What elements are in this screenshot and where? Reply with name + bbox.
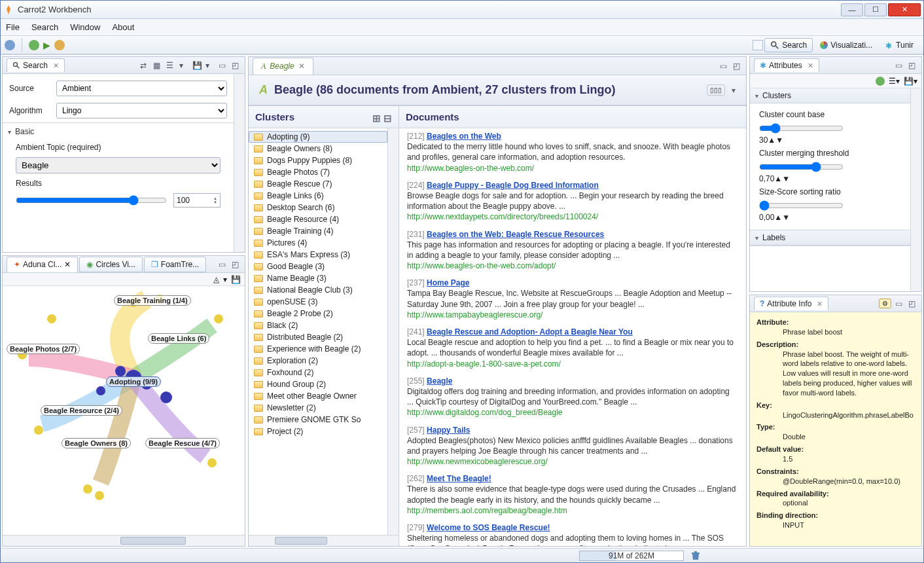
cluster-item[interactable]: Beagle Resource (4) [249, 213, 387, 225]
attrinfo-tab[interactable]: ? Attribute Info ✕ [754, 297, 828, 310]
save-mini-icon[interactable]: 💾 [192, 61, 202, 70]
cluster-item[interactable]: Newsletter (2) [249, 402, 387, 414]
visualization-canvas[interactable]: Beagle Training (1/4) Beagle Links (6) B… [3, 286, 245, 509]
dropdown-icon[interactable]: ▾ [205, 61, 215, 70]
perspective-visualization[interactable]: Visualizati... [814, 38, 878, 52]
cluster-item[interactable]: Name Beagle (3) [249, 272, 387, 284]
details-toggle-icon[interactable]: ⚙ [879, 299, 891, 308]
result-tab-beagle[interactable]: A Beagle ✕ [253, 58, 313, 75]
vis-node-label[interactable]: Beagle Owners (8) [62, 438, 131, 448]
maximize-icon[interactable]: ◰ [908, 299, 917, 308]
vis-node-label[interactable]: Adopting (9/9) [106, 376, 161, 387]
close-icon[interactable]: ✕ [64, 260, 71, 269]
menu-search[interactable]: Search [31, 22, 58, 32]
doc-title-link[interactable]: Beagle Puppy - Beagle Dog Breed Informat… [427, 181, 599, 190]
scrollbar-vertical[interactable] [387, 128, 399, 535]
cluster-count-spinner[interactable]: 30▲▼ [759, 136, 901, 145]
search-tab[interactable]: Search ✕ [7, 58, 65, 72]
vis-tab-foamtree[interactable]: ❒FoamTre... [144, 257, 206, 272]
minimize-icon[interactable]: ▭ [895, 61, 904, 70]
cluster-item[interactable]: Dogs Puppy Puppies (8) [249, 154, 387, 166]
cluster-item[interactable]: Experience with Beagle (2) [249, 343, 387, 355]
basic-heading[interactable]: Basic [8, 127, 228, 140]
cluster-item[interactable]: Desktop Search (6) [249, 202, 387, 213]
cluster-item[interactable]: Exploration (2) [249, 355, 387, 367]
minimize-icon[interactable]: ▭ [895, 299, 904, 308]
save-mini-icon[interactable]: 💾▾ [904, 77, 917, 86]
window-minimize-button[interactable]: — [841, 3, 863, 16]
algorithm-select[interactable]: Lingo [56, 103, 227, 118]
menu-about[interactable]: About [112, 22, 134, 32]
close-icon[interactable]: ✕ [808, 62, 813, 70]
cluster-item[interactable]: Beagle 2 Probe (2) [249, 308, 387, 319]
trash-icon[interactable] [690, 551, 701, 561]
scrollbar-horizontal[interactable] [3, 535, 245, 546]
cluster-item[interactable]: Beagle Owners (8) [249, 143, 387, 154]
collapse-all-icon[interactable]: ⊟ [383, 113, 392, 121]
panel-toggle-icon[interactable]: ▯▯▯ [707, 84, 725, 96]
doc-title-link[interactable]: Home Page [427, 278, 469, 287]
cluster-item[interactable]: Premiere GNOME GTK So [249, 414, 387, 426]
minimize-icon[interactable]: ▭ [219, 260, 228, 269]
maximize-icon[interactable]: ◰ [908, 61, 917, 70]
minimize-icon[interactable]: ▭ [219, 61, 228, 70]
refresh-icon[interactable] [876, 77, 885, 86]
merge-threshold-spinner[interactable]: 0,70▲▼ [759, 174, 901, 183]
doc-title-link[interactable]: Happy Tails [427, 426, 470, 435]
size-score-slider[interactable] [759, 200, 844, 211]
perspective-search[interactable]: Search [764, 38, 813, 52]
window-maximize-button[interactable]: ☐ [864, 3, 887, 16]
cluster-item[interactable]: Beagle Rescue (7) [249, 178, 387, 190]
doc-title-link[interactable]: Meet The Beagle! [427, 474, 491, 483]
dropdown-icon[interactable]: ▾ [179, 61, 188, 70]
expand-all-icon[interactable]: ⊞ [372, 113, 381, 121]
scrollbar-vertical[interactable] [910, 88, 921, 291]
autoupdate-icon[interactable] [54, 40, 65, 50]
vis-tab-aduna[interactable]: ✦Aduna Cl...✕ [7, 257, 78, 272]
results-spinner[interactable]: 100 ▲▼ [173, 193, 221, 208]
scrollbar-vertical[interactable] [234, 74, 245, 252]
cluster-item[interactable]: Distributed Beagle (2) [249, 331, 387, 343]
doc-title-link[interactable]: Beagles on the Web [427, 132, 501, 141]
cluster-item[interactable]: Project (2) [249, 426, 387, 437]
cluster-item[interactable]: Adopting (9) [249, 131, 387, 143]
close-icon[interactable]: ✕ [298, 62, 305, 71]
cluster-count-slider[interactable] [759, 123, 844, 134]
cluster-item[interactable]: Meet other Beagle Owner [249, 390, 387, 402]
tree-icon[interactable]: ☰▾ [889, 77, 900, 86]
close-icon[interactable]: ✕ [817, 300, 823, 308]
vis-node-label[interactable]: Beagle Links (6) [148, 333, 209, 344]
cluster-item[interactable]: ESA's Mars Express (3) [249, 249, 387, 261]
menu-window[interactable]: Window [70, 22, 100, 32]
window-close-button[interactable]: ✕ [888, 3, 921, 16]
vis-node-label[interactable]: Beagle Resource (2/4) [41, 405, 122, 416]
doc-title-link[interactable]: Beagle Rescue and Adoption- Adopt a Beag… [427, 327, 633, 336]
process-icon[interactable] [29, 40, 39, 50]
results-slider[interactable] [16, 193, 167, 208]
open-perspective-icon[interactable] [753, 40, 763, 50]
vis-node-label[interactable]: Beagle Photos (2/7) [7, 344, 80, 354]
section-labels[interactable]: Labels [750, 230, 910, 245]
cluster-item[interactable]: Hound Group (2) [249, 378, 387, 390]
cluster-item[interactable]: openSUSE (3) [249, 296, 387, 308]
save-icon[interactable] [5, 40, 15, 50]
cluster-item[interactable]: Good Beagle (3) [249, 261, 387, 272]
cluster-item[interactable]: National Beagle Club (3) [249, 284, 387, 296]
maximize-icon[interactable]: ◰ [232, 61, 241, 70]
grid-icon[interactable]: ▦ [153, 61, 162, 70]
vis-tab-circles[interactable]: ◉Circles Vi... [79, 257, 142, 272]
play-icon[interactable]: ▶ [43, 40, 50, 50]
dropdown-icon[interactable]: ▾ [732, 86, 736, 95]
close-icon[interactable]: ✕ [53, 62, 59, 70]
doc-title-link[interactable]: Welcome to SOS Beagle Rescue! [427, 523, 550, 532]
cluster-item[interactable]: Beagle Links (6) [249, 190, 387, 202]
cluster-item[interactable]: Beagle Photos (7) [249, 166, 387, 178]
tree-icon[interactable]: ☰ [166, 61, 175, 70]
section-clusters[interactable]: Clusters [750, 88, 910, 103]
save-mini-icon[interactable]: 💾 [231, 275, 241, 284]
tree-icon[interactable]: ◬ [213, 275, 219, 284]
doc-title-link[interactable]: Beagle [427, 376, 452, 386]
scrollbar-horizontal[interactable] [249, 535, 399, 546]
cluster-item[interactable]: Foxhound (2) [249, 367, 387, 378]
dropdown-icon[interactable]: ▾ [223, 275, 227, 284]
